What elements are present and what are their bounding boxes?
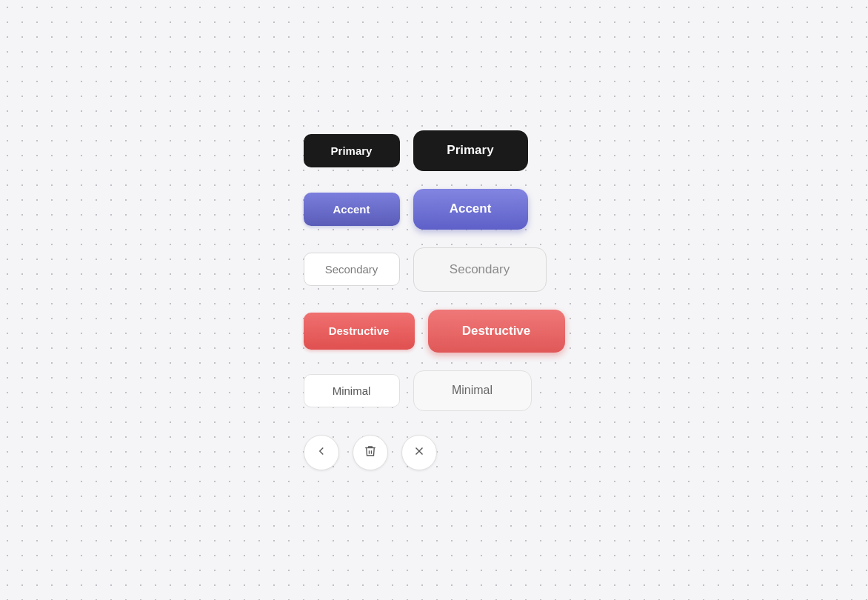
back-icon-button[interactable] bbox=[304, 435, 339, 470]
accent-button-large[interactable]: Accent bbox=[413, 189, 528, 230]
primary-button-large[interactable]: Primary bbox=[413, 130, 528, 171]
primary-button-small[interactable]: Primary bbox=[304, 134, 400, 167]
close-icon-button[interactable] bbox=[401, 435, 437, 470]
button-showcase: Primary Primary Accent Accent Secondary … bbox=[304, 130, 565, 470]
primary-row: Primary Primary bbox=[304, 130, 528, 171]
minimal-button-small[interactable]: Minimal bbox=[304, 374, 400, 407]
secondary-button-small[interactable]: Secondary bbox=[304, 253, 400, 286]
secondary-button-large[interactable]: Secondary bbox=[413, 247, 547, 292]
chevron-left-icon bbox=[315, 444, 328, 461]
secondary-row: Secondary Secondary bbox=[304, 247, 547, 292]
destructive-button-large[interactable]: Destructive bbox=[428, 310, 565, 353]
destructive-button-small[interactable]: Destructive bbox=[304, 313, 415, 350]
destructive-row: Destructive Destructive bbox=[304, 310, 565, 353]
accent-button-small[interactable]: Accent bbox=[304, 193, 400, 226]
accent-row: Accent Accent bbox=[304, 189, 528, 230]
minimal-button-large[interactable]: Minimal bbox=[413, 370, 532, 411]
trash-icon bbox=[364, 444, 377, 461]
close-icon bbox=[413, 444, 426, 461]
trash-icon-button[interactable] bbox=[353, 435, 388, 470]
minimal-row: Minimal Minimal bbox=[304, 370, 532, 411]
icon-row bbox=[304, 435, 437, 470]
